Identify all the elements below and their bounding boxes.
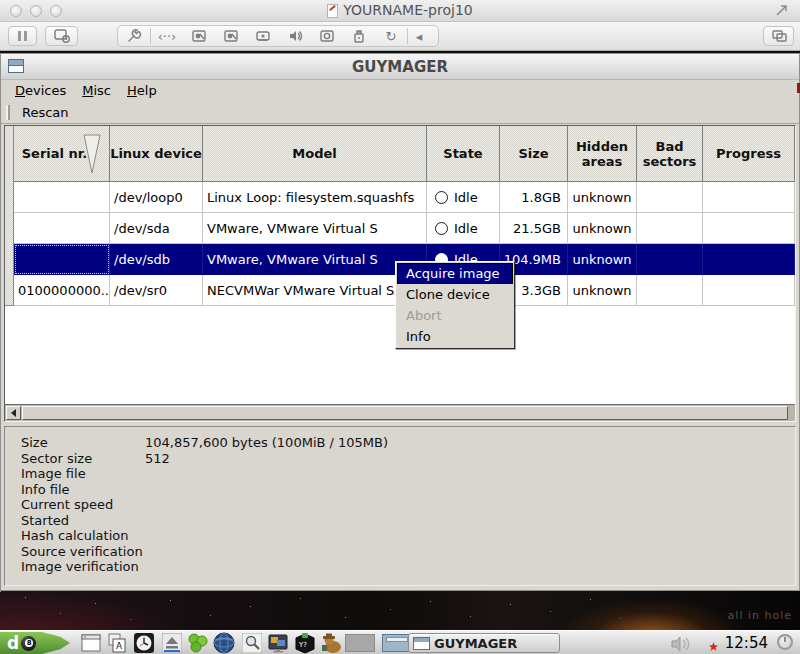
camera-button[interactable]	[311, 26, 343, 46]
host-toolbar: ‹··›	[0, 22, 800, 51]
network-sync-button[interactable]: ↻	[375, 26, 407, 46]
notification-tray-icon[interactable]	[709, 642, 718, 651]
column-header-bad-sectors[interactable]: Bad sectors	[637, 126, 703, 182]
scroll-left-button[interactable]	[6, 406, 21, 420]
pause-icon	[24, 31, 27, 41]
cell-bad-sectors	[637, 275, 703, 306]
cell-bad-sectors	[637, 244, 703, 275]
info-row: Current speed	[21, 497, 795, 513]
volume-tray-icon[interactable]	[670, 635, 694, 653]
hard-disk-icon	[191, 28, 207, 44]
app-toolbar: Rescan	[1, 101, 799, 124]
fullscreen-icon[interactable]	[774, 4, 790, 18]
sound-button[interactable]	[279, 26, 311, 46]
wrench-icon	[126, 28, 142, 44]
mount-eject-button[interactable]	[160, 632, 183, 654]
camera-icon	[319, 28, 335, 44]
horizontal-scrollbar[interactable]	[5, 404, 795, 421]
workspace-window-preview	[386, 637, 408, 642]
globe-icon	[213, 632, 235, 654]
context-menu: Acquire image Clone device Abort Info	[395, 261, 515, 349]
display-settings-button[interactable]	[45, 26, 78, 46]
sleuth-tool-button[interactable]	[318, 632, 344, 654]
cell-bad-sectors	[637, 213, 703, 244]
window-title: GUYMAGER	[1, 58, 799, 76]
menu-item-acquire-image[interactable]: Acquire image	[397, 263, 513, 284]
cell-model: NECVMWar VMware Virtual SAT	[203, 275, 427, 306]
cell-serial	[14, 213, 110, 244]
info-row: Info file	[21, 482, 795, 498]
power-tray-icon[interactable]	[777, 634, 793, 650]
crypto-cube-icon: Y?	[295, 632, 315, 654]
detective-dog-icon	[319, 632, 343, 654]
cell-model: VMware, VMware Virtual S	[203, 244, 427, 275]
show-desktop-button[interactable]	[79, 632, 102, 654]
guymager-titlebar[interactable]: GUYMAGER	[1, 54, 799, 80]
svg-text:Y?: Y?	[298, 641, 307, 649]
rescan-button[interactable]: Rescan	[16, 103, 75, 122]
host-window-title: YOURNAME-proj10	[0, 2, 800, 18]
column-header-hidden-areas[interactable]: Hidden areas	[568, 126, 637, 182]
sort-indicator-icon	[83, 134, 101, 174]
cell-state: Idle	[427, 213, 500, 244]
package-manager-button[interactable]	[186, 632, 209, 654]
workspace-1-button[interactable]	[345, 634, 375, 652]
svg-text:A: A	[116, 641, 123, 651]
copy-windows-button[interactable]	[763, 26, 794, 46]
window-icon	[413, 637, 430, 650]
wrench-button[interactable]	[118, 26, 150, 46]
toolbar-grip[interactable]	[6, 105, 10, 120]
clock-app-button[interactable]	[132, 632, 155, 654]
pause-vm-button[interactable]	[8, 26, 37, 46]
scrollbar-thumb[interactable]	[22, 406, 788, 420]
info-row: Image verification	[21, 559, 795, 575]
menu-item-info[interactable]: Info	[397, 326, 513, 347]
cell-device: /dev/sda	[110, 213, 203, 244]
screen: YOURNAME-proj10 ‹··›	[0, 0, 800, 654]
keyboard-layout-button[interactable]: A	[105, 632, 128, 654]
column-header-progress[interactable]: Progress	[703, 126, 795, 182]
image-viewer-button[interactable]	[266, 632, 289, 654]
column-header-linux-device[interactable]: Linux device	[110, 126, 203, 182]
info-row: Started	[21, 513, 795, 529]
table-row-sda[interactable]: /dev/sda VMware, VMware Virtual S Idle 2…	[14, 213, 795, 244]
menu-help[interactable]: Help	[119, 81, 165, 100]
menu-devices[interactable]: Devices	[7, 81, 74, 100]
collapse-toolbar-button[interactable]: ◂	[408, 26, 430, 46]
cd-drive-button[interactable]	[247, 26, 279, 46]
menu-misc[interactable]: Misc	[74, 81, 119, 100]
wallpaper-text: all in hole	[728, 609, 792, 622]
cell-model: Linux Loop: filesystem.squashfs	[203, 182, 427, 213]
cell-hidden-areas: unknown	[568, 213, 637, 244]
column-header-size[interactable]: Size	[500, 126, 568, 182]
hard-disk1-button[interactable]	[183, 26, 215, 46]
deft-menu-button[interactable]: d	[0, 632, 70, 654]
guymager-task-button[interactable]: GUYMAGER	[408, 633, 560, 653]
column-header-model[interactable]: Model	[203, 126, 427, 182]
chevron-left-icon: ◂	[416, 29, 423, 44]
state-radio-icon	[435, 191, 448, 204]
cell-device: /dev/sdb	[110, 244, 203, 275]
menu-item-clone-device[interactable]: Clone device	[397, 284, 513, 305]
ctrl-keys-button[interactable]: ‹··›	[151, 26, 183, 46]
display-settings-icon	[53, 28, 71, 44]
hard-disk2-button[interactable]	[215, 26, 247, 46]
cell-hidden-areas: unknown	[568, 182, 637, 213]
network-globe-button[interactable]	[212, 632, 235, 654]
cell-device: /dev/loop0	[110, 182, 203, 213]
usb-device-button[interactable]	[343, 26, 375, 46]
show-desktop-icon	[81, 634, 101, 652]
column-header-serial[interactable]: Serial nr.	[14, 126, 110, 182]
file-search-button[interactable]	[240, 632, 263, 654]
clock-icon	[134, 633, 154, 653]
column-header-state[interactable]: State	[427, 126, 500, 182]
cell-serial-focused	[14, 244, 110, 275]
taskbar-clock[interactable]: 12:54	[725, 634, 768, 652]
arrow-left-icon	[11, 409, 16, 417]
cell-size: 21.5GB	[500, 213, 568, 244]
table-row-loop0[interactable]: /dev/loop0 Linux Loop: filesystem.squash…	[14, 182, 795, 213]
search-icon	[242, 633, 262, 653]
eject-icon	[162, 633, 182, 653]
crypto-tools-button[interactable]: Y?	[293, 632, 316, 654]
eight-ball-icon	[21, 636, 36, 651]
